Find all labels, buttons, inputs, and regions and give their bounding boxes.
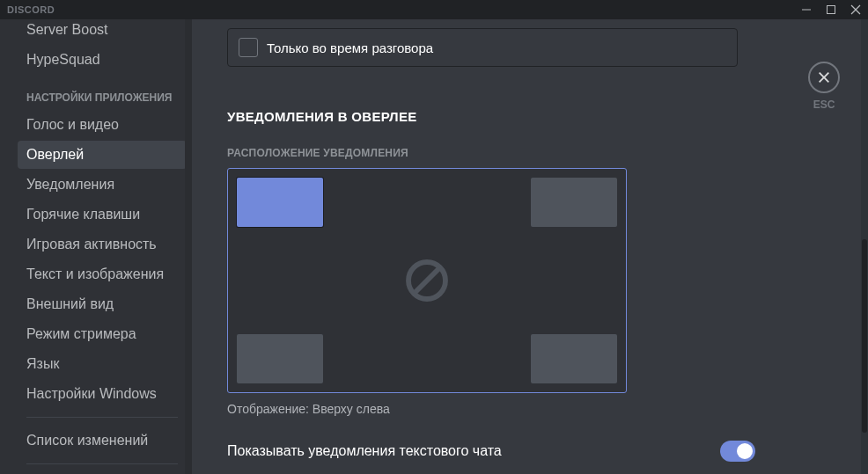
sidebar-item-notifications[interactable]: Уведомления	[18, 171, 187, 199]
sidebar-item-voice-video[interactable]: Голос и видео	[18, 111, 187, 139]
position-top-right[interactable]	[531, 178, 617, 227]
maximize-button[interactable]	[819, 0, 843, 19]
position-top-left[interactable]	[237, 178, 323, 227]
sidebar-item-hypesquad[interactable]: HypeSquad	[18, 46, 187, 74]
toggle-knob	[737, 443, 753, 459]
sidebar-item-appearance[interactable]: Внешний вид	[18, 290, 187, 318]
checkbox-label: Только во время разговора	[267, 40, 433, 55]
sidebar-item-game-activity[interactable]: Игровая активность	[18, 230, 187, 259]
position-bottom-right[interactable]	[531, 334, 617, 383]
notification-position-header: Расположение уведомления	[227, 147, 738, 159]
sidebar-item-keybinds[interactable]: Горячие клавиши	[18, 201, 187, 229]
content-scrollbar[interactable]	[861, 19, 868, 474]
checkbox-box[interactable]	[239, 38, 258, 57]
sidebar-item-language[interactable]: Язык	[18, 350, 187, 378]
window-controls	[794, 0, 868, 19]
app-body: Server Boost HypeSquad Настройки приложе…	[0, 19, 868, 474]
position-bottom-left[interactable]	[237, 334, 323, 383]
sidebar-item-streamer-mode[interactable]: Режим стримера	[18, 320, 187, 348]
sidebar-item-overlay[interactable]: Оверлей	[18, 141, 187, 169]
content-wrap: Только во время разговора Уведомления в …	[192, 19, 868, 474]
svg-line-5	[415, 268, 439, 293]
scrollbar-thumb[interactable]	[862, 239, 867, 433]
close-settings: ESC	[808, 62, 840, 111]
settings-sidebar: Server Boost HypeSquad Настройки приложе…	[0, 19, 192, 474]
disabled-icon[interactable]	[402, 256, 452, 305]
sidebar-section-header: Настройки приложения	[18, 76, 187, 109]
maximize-icon	[826, 4, 836, 15]
close-icon	[817, 70, 831, 84]
close-icon	[850, 4, 861, 15]
titlebar: DISCORD	[0, 0, 868, 19]
text-chat-notifications-toggle[interactable]	[720, 441, 755, 462]
sidebar-divider-2	[26, 463, 178, 464]
sidebar-item-text-images[interactable]: Текст и изображения	[18, 260, 187, 288]
app-brand: DISCORD	[7, 4, 55, 15]
close-settings-button[interactable]	[808, 62, 840, 93]
notification-position-picker	[227, 168, 627, 393]
sidebar-divider	[26, 417, 178, 418]
sidebar-item-server-boost[interactable]: Server Boost	[18, 19, 187, 44]
esc-label: ESC	[813, 98, 835, 111]
position-caption: Отображение: Вверху слева	[227, 402, 738, 416]
svg-rect-1	[828, 6, 835, 14]
sidebar-item-changelog[interactable]: Список изменений	[18, 427, 187, 455]
text-chat-notifications-label: Показывать уведомления текстового чата	[227, 443, 502, 459]
minimize-icon	[801, 4, 812, 15]
minimize-button[interactable]	[794, 0, 819, 19]
overlay-notifications-title: Уведомления в оверлее	[227, 109, 738, 124]
sidebar-item-windows-settings[interactable]: Настройки Windows	[18, 380, 187, 408]
close-window-button[interactable]	[843, 0, 868, 19]
text-chat-notifications-row: Показывать уведомления текстового чата	[227, 441, 755, 462]
settings-content: Только во время разговора Уведомления в …	[192, 19, 773, 474]
only-while-speaking-checkbox[interactable]: Только во время разговора	[227, 28, 738, 67]
